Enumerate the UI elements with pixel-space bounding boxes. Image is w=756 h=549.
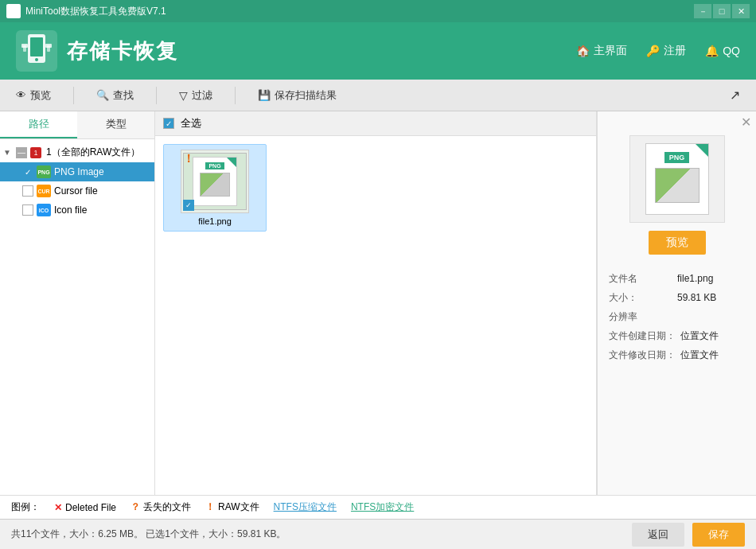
- legend-deleted-icon: ✕: [54, 502, 62, 513]
- select-all-check[interactable]: ✓: [163, 118, 174, 129]
- toolbar-search-label: 查找: [113, 88, 134, 103]
- tree-check-icon[interactable]: [22, 204, 33, 216]
- created-value: 位置文件: [680, 326, 719, 345]
- nav-qq[interactable]: 🔔 QQ: [705, 45, 740, 57]
- tree-chevron-root: ▼: [3, 148, 13, 157]
- toolbar: 👁 预览 🔍 查找 ▽ 过滤 💾 保存扫描结果 ↗: [0, 80, 756, 111]
- modified-label: 文件修改日期：: [609, 345, 676, 364]
- preview-icon: 👁: [16, 89, 26, 101]
- svg-rect-6: [47, 45, 50, 52]
- svg-rect-1: [30, 37, 43, 56]
- save-scan-icon: 💾: [258, 89, 271, 101]
- maximize-button[interactable]: □: [713, 4, 731, 18]
- preview-action-button[interactable]: 预览: [649, 231, 706, 255]
- svg-rect-5: [23, 45, 26, 52]
- preview-panel: ✕ PNG 预览 文件名 file1.png 大小： 59.81 KB 分辨率: [597, 111, 756, 495]
- home-label: 主界面: [594, 44, 627, 58]
- info-row-modified: 文件修改日期： 位置文件: [609, 345, 745, 364]
- tree-root-label: 1（全部的RAW文件）: [46, 146, 140, 159]
- drive-icon: 1: [30, 147, 41, 158]
- legend-bar: 图例： ✕ Deleted File ？ 丢失的文件 ！ RAW文件 NTFS压…: [0, 495, 756, 519]
- toolbar-export-button[interactable]: ↗: [723, 84, 746, 106]
- select-all-label: 全选: [181, 116, 201, 130]
- file-info-panel: 文件名 file1.png 大小： 59.81 KB 分辨率 文件创建日期： 位…: [598, 266, 756, 368]
- legend-raw-icon: ！: [205, 500, 215, 514]
- file-grid: ！ PNG ✓ file1.png: [155, 136, 596, 495]
- size-label: 大小：: [609, 288, 672, 307]
- tree-check-root[interactable]: —: [16, 147, 27, 158]
- qq-label: QQ: [723, 45, 740, 57]
- home-icon: 🏠: [576, 45, 590, 57]
- tree-check-cursor[interactable]: [22, 185, 33, 197]
- tree-item-cursor[interactable]: CUR Cursor file: [0, 181, 154, 201]
- status-text: 共11个文件，大小：6.25 MB。 已选1个文件，大小：59.81 KB。: [11, 528, 624, 541]
- tree-png-label: PNG Image: [54, 166, 104, 177]
- toolbar-save-scan-button[interactable]: 💾 保存扫描结果: [251, 85, 343, 106]
- toolbar-filter-button[interactable]: ▽ 过滤: [173, 85, 219, 106]
- info-row-size: 大小： 59.81 KB: [609, 288, 745, 307]
- logo-area: 存储卡恢复: [16, 30, 576, 72]
- tab-type[interactable]: 类型: [77, 111, 154, 138]
- export-icon: ↗: [730, 88, 740, 103]
- list-item[interactable]: ！ PNG ✓ file1.png: [163, 144, 267, 232]
- cur-file-icon: CUR: [37, 185, 51, 197]
- window-controls: － □ ✕: [694, 4, 750, 18]
- register-label: 注册: [664, 44, 686, 58]
- tree-check-png[interactable]: ✓: [22, 166, 33, 177]
- header: 存储卡恢复 🏠 主界面 🔑 注册 🔔 QQ: [0, 22, 756, 80]
- search-icon: 🔍: [96, 89, 109, 101]
- legend-raw: ！ RAW文件: [205, 500, 259, 514]
- app-title: 存储卡恢复: [67, 37, 178, 65]
- statusbar: 共11个文件，大小：6.25 MB。 已选1个文件，大小：59.81 KB。 返…: [0, 519, 756, 549]
- size-value: 59.81 KB: [677, 288, 716, 307]
- legend-deleted-label: Deleted File: [65, 502, 116, 513]
- back-button[interactable]: 返回: [632, 523, 684, 547]
- info-row-ratio: 分辨率: [609, 307, 745, 326]
- legend-deleted: ✕ Deleted File: [54, 502, 116, 513]
- toolbar-preview-button[interactable]: 👁 预览: [10, 85, 57, 106]
- name-value: file1.png: [677, 269, 713, 288]
- minimize-button[interactable]: －: [694, 4, 711, 18]
- close-button[interactable]: ✕: [732, 4, 750, 18]
- legend-raw-label: RAW文件: [218, 500, 259, 514]
- window-title: MiniTool数据恢复工具免费版V7.1: [25, 5, 694, 18]
- tree-icon-label: Icon file: [54, 204, 87, 216]
- legend-ntfs-encrypted: NTFS加密文件: [351, 500, 414, 514]
- info-row-name: 文件名 file1.png: [609, 269, 745, 288]
- toolbar-filter-label: 过滤: [192, 88, 212, 103]
- header-nav: 🏠 主界面 🔑 注册 🔔 QQ: [576, 44, 740, 58]
- file-name-label: file1.png: [198, 216, 232, 226]
- left-panel: 路径 类型 ▼ — 1 1（全部的RAW文件） ✓ PNG PNG Image: [0, 111, 155, 495]
- legend-prefix: 图例：: [11, 500, 40, 514]
- legend-ntfs-compressed-label: NTFS压缩文件: [274, 500, 337, 514]
- qq-icon: 🔔: [705, 45, 719, 57]
- nav-register[interactable]: 🔑 注册: [646, 44, 686, 58]
- tree-item-root[interactable]: ▼ — 1 1（全部的RAW文件）: [0, 142, 154, 162]
- modified-value: 位置文件: [680, 345, 719, 364]
- file-tree: ▼ — 1 1（全部的RAW文件） ✓ PNG PNG Image CUR Cu…: [0, 139, 154, 495]
- filter-icon: ▽: [179, 89, 188, 102]
- file-checkbox[interactable]: ✓: [183, 200, 194, 211]
- titlebar: MiniTool数据恢复工具免费版V7.1 － □ ✕: [0, 0, 756, 22]
- tree-item-icon[interactable]: ICO Icon file: [0, 201, 154, 220]
- content-area: ✓ 全选 ！ PNG ✓ file1.pn: [155, 111, 597, 495]
- preview-close-button[interactable]: ✕: [741, 115, 751, 130]
- nav-home[interactable]: 🏠 主界面: [576, 44, 627, 58]
- main-area: 路径 类型 ▼ — 1 1（全部的RAW文件） ✓ PNG PNG Image: [0, 111, 756, 495]
- save-button[interactable]: 保存: [692, 523, 745, 547]
- tree-cursor-label: Cursor file: [54, 185, 98, 197]
- toolbar-separator-1: [73, 87, 74, 104]
- toolbar-search-button[interactable]: 🔍 查找: [90, 85, 140, 106]
- content-header: ✓ 全选: [155, 111, 596, 136]
- svg-point-2: [35, 58, 38, 61]
- tree-item-png[interactable]: ✓ PNG PNG Image: [0, 162, 154, 181]
- toolbar-preview-label: 预览: [30, 88, 51, 103]
- tab-bar: 路径 类型: [0, 111, 154, 139]
- preview-thumbnail: PNG: [629, 135, 725, 223]
- legend-lost: ？ 丢失的文件: [131, 500, 191, 514]
- register-icon: 🔑: [646, 45, 660, 57]
- toolbar-save-scan-label: 保存扫描结果: [275, 88, 337, 103]
- created-label: 文件创建日期：: [609, 326, 676, 345]
- tab-path[interactable]: 路径: [0, 111, 77, 138]
- ico-file-icon: ICO: [37, 204, 51, 216]
